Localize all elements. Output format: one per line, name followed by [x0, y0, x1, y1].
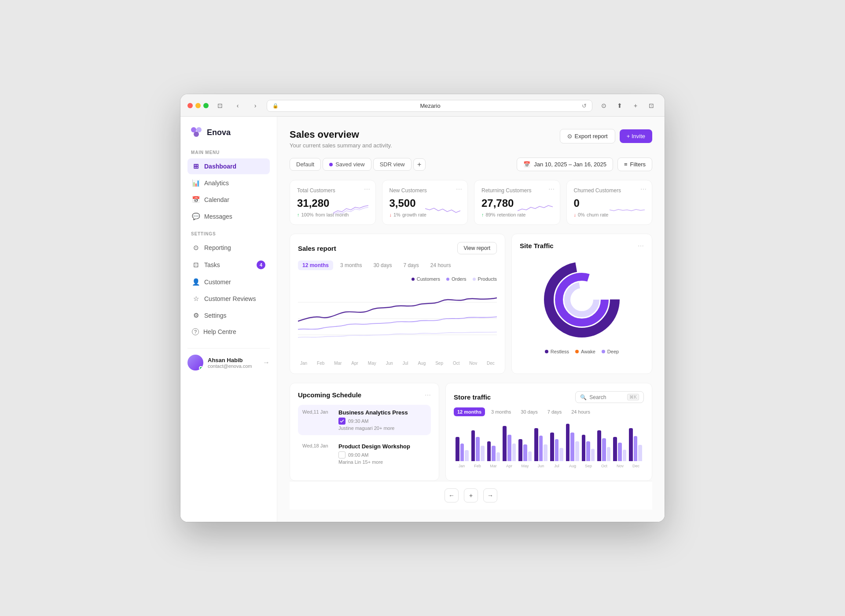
- donut-chart: [542, 260, 621, 339]
- bar-group-9: [597, 430, 610, 461]
- bar-dark-5: [534, 428, 538, 461]
- store-traffic-panel: Store traffic 🔍 ⌘K 12 months 3 months: [445, 383, 652, 481]
- next-button[interactable]: →: [483, 488, 497, 502]
- settings-label: SETTINGS: [187, 231, 270, 236]
- sidebar-toggle-button[interactable]: ⊡: [214, 99, 226, 112]
- new-tab-button[interactable]: +: [629, 99, 642, 112]
- filters-button[interactable]: ≡ Filters: [617, 158, 652, 171]
- card-menu-new[interactable]: ⋯: [456, 186, 462, 193]
- settings-icon: ⚙: [192, 312, 200, 319]
- store-tab-12months[interactable]: 12 months: [454, 407, 485, 416]
- add-button[interactable]: +: [464, 488, 478, 502]
- sidebar-item-help[interactable]: ? Help Centre: [187, 324, 270, 339]
- sidebar-item-settings[interactable]: ⚙ Settings: [187, 308, 270, 323]
- search-wrap[interactable]: 🔍 ⌘K: [575, 391, 644, 403]
- page-header: Sales overview Your current sales summar…: [290, 129, 652, 149]
- bar-light-11: [638, 445, 642, 461]
- bar-dark-2: [487, 441, 491, 461]
- view-tab-sdr[interactable]: SDR view: [373, 158, 411, 171]
- schedule-checkbox-2[interactable]: [338, 451, 345, 458]
- back-button[interactable]: ‹: [231, 99, 244, 112]
- maximize-button[interactable]: [203, 103, 209, 108]
- share-button[interactable]: ⬆: [614, 99, 626, 112]
- forward-button[interactable]: ›: [249, 99, 261, 112]
- search-icon: 🔍: [580, 394, 587, 400]
- sidebar-item-calendar[interactable]: 📅 Calendar: [187, 192, 270, 208]
- help-icon: ?: [192, 328, 199, 335]
- chart-tab-3months[interactable]: 3 months: [336, 260, 366, 270]
- bar-dark-10: [613, 437, 617, 461]
- header-actions: ⊙ Export report + Invite: [560, 129, 652, 143]
- store-tab-24hours[interactable]: 24 hours: [568, 407, 594, 416]
- schedule-sub-1: Justine maguari 20+ more: [338, 425, 426, 431]
- user-info: Ahsan Habib contact@enova.com: [208, 357, 258, 369]
- site-traffic-menu[interactable]: ⋯: [638, 242, 644, 249]
- logout-icon[interactable]: →: [263, 359, 270, 367]
- trend-value: 1%: [393, 212, 400, 217]
- bar-group-2: [487, 441, 500, 461]
- view-tab-default[interactable]: Default: [290, 158, 321, 171]
- schedule-menu[interactable]: ⋯: [425, 392, 431, 399]
- chart-x-labels: Jan Feb Mar Apr May Jun Jul Aug Sep Oct …: [298, 361, 497, 366]
- chart-tab-30days[interactable]: 30 days: [369, 260, 396, 270]
- card-menu-churned[interactable]: ⋯: [640, 186, 647, 193]
- filter-icon: ≡: [624, 161, 628, 168]
- main-menu-label: MAIN MENU: [187, 150, 270, 155]
- schedule-item-1[interactable]: Wed,11 Jan Business Analytics Press 09:3…: [298, 405, 431, 435]
- donut-legend: Restless Awake Deep: [545, 349, 619, 354]
- bar-group-5: [534, 428, 547, 461]
- chart-tab-12months[interactable]: 12 months: [298, 260, 333, 270]
- bar-group-7: [566, 424, 579, 461]
- bar-label-jan: Jan: [454, 464, 470, 468]
- sidebar-item-customer[interactable]: 👤 Customer: [187, 274, 270, 290]
- export-icon: ⊙: [567, 133, 572, 139]
- store-tab-7days[interactable]: 7 days: [544, 407, 565, 416]
- bar-label-nov: Nov: [612, 464, 628, 468]
- chart-tab-24hours[interactable]: 24 hours: [426, 260, 456, 270]
- history-button[interactable]: ⊙: [598, 99, 610, 112]
- invite-button[interactable]: + Invite: [620, 129, 652, 143]
- security-icon: 🔒: [272, 103, 279, 109]
- bar-dark-9: [597, 430, 601, 461]
- reload-icon[interactable]: ↺: [582, 103, 587, 109]
- bar-label-mar: Mar: [485, 464, 501, 468]
- schedule-item-2[interactable]: Wed,18 Jan Product Design Workshop 09:00…: [298, 439, 431, 469]
- sidebar-item-label: Help Centre: [203, 328, 236, 335]
- trend-down-icon: ↓: [574, 212, 577, 217]
- close-button[interactable]: [187, 103, 193, 108]
- store-tab-3months[interactable]: 3 months: [488, 407, 514, 416]
- browser-chrome: ⊡ ‹ › 🔒 Mezario ↺ ⊙ ⬆ + ⊡: [180, 94, 665, 117]
- sidebar-item-analytics[interactable]: 📊 Analytics: [187, 175, 270, 191]
- chart-tab-7days[interactable]: 7 days: [399, 260, 423, 270]
- bar-dark-8: [582, 435, 586, 461]
- sidebar-item-customer-reviews[interactable]: ☆ Customer Reviews: [187, 291, 270, 307]
- date-range-button[interactable]: 📅 Jan 10, 2025 – Jan 16, 2025: [517, 158, 613, 171]
- bar-mid-11: [634, 436, 638, 461]
- card-menu-total[interactable]: ⋯: [364, 186, 370, 193]
- metric-card-churned: ⋯ Churned Customers 0 ↓ 0% churn rate: [566, 180, 653, 225]
- tabs-button[interactable]: ⊡: [645, 99, 658, 112]
- card-menu-returning[interactable]: ⋯: [548, 186, 555, 193]
- trend-up-icon: ↑: [481, 212, 484, 217]
- sidebar-item-messages[interactable]: 💬 Messages: [187, 209, 270, 224]
- sidebar-item-tasks[interactable]: ⊡ Tasks 4: [187, 257, 270, 273]
- address-bar[interactable]: 🔒 Mezario ↺: [267, 100, 592, 112]
- minimize-button[interactable]: [195, 103, 201, 108]
- prev-button[interactable]: ←: [445, 488, 459, 502]
- bar-dark-7: [566, 424, 570, 461]
- legend-awake: Awake: [575, 349, 595, 354]
- chart-legend: Customers Orders Products: [298, 276, 497, 282]
- metric-label-returning: Returning Customers: [481, 187, 553, 194]
- export-report-button[interactable]: ⊙ Export report: [560, 129, 615, 143]
- store-tab-30days[interactable]: 30 days: [517, 407, 541, 416]
- sidebar-item-dashboard[interactable]: ⊞ Dashboard: [187, 158, 270, 174]
- user-email: contact@enova.com: [208, 363, 258, 369]
- bar-mid-4: [523, 444, 527, 461]
- search-input[interactable]: [589, 394, 625, 400]
- schedule-checkbox-1[interactable]: [338, 418, 345, 425]
- schedule-time-2: 09:00 AM: [338, 451, 426, 458]
- sidebar-item-reporting[interactable]: ⊙ Reporting: [187, 240, 270, 256]
- view-tab-saved[interactable]: Saved view: [323, 158, 371, 171]
- add-view-button[interactable]: +: [413, 158, 426, 171]
- view-report-button[interactable]: View report: [457, 242, 497, 254]
